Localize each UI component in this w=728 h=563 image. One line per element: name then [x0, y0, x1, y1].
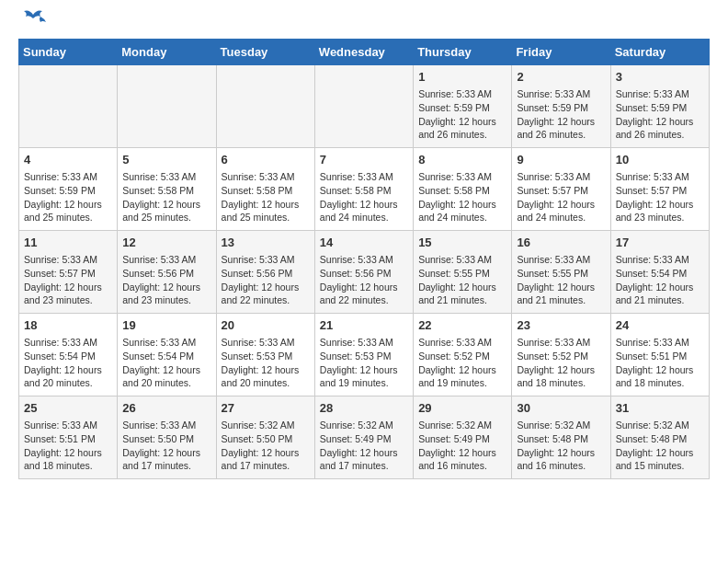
day-info: Daylight: 12 hours — [24, 198, 112, 212]
day-info: Sunrise: 5:33 AM — [320, 336, 408, 350]
weekday-header-thursday: Thursday — [414, 40, 512, 65]
day-info: and 20 minutes. — [122, 376, 210, 390]
day-info: Sunset: 5:57 PM — [24, 267, 112, 281]
day-info: and 24 minutes. — [320, 211, 408, 224]
day-info: Sunset: 5:53 PM — [320, 350, 408, 363]
day-info: Sunrise: 5:33 AM — [24, 419, 112, 432]
day-info: Sunrise: 5:33 AM — [517, 336, 605, 350]
calendar-cell: 6Sunrise: 5:33 AMSunset: 5:58 PMDaylight… — [216, 148, 314, 231]
day-info: Sunrise: 5:32 AM — [320, 419, 408, 432]
day-info: and 19 minutes. — [418, 376, 506, 390]
day-info: Sunset: 5:57 PM — [517, 184, 605, 198]
day-info: and 20 minutes. — [24, 376, 112, 390]
day-info: Sunset: 5:58 PM — [418, 184, 506, 198]
calendar-cell: 2Sunrise: 5:33 AMSunset: 5:59 PMDaylight… — [512, 65, 610, 148]
day-number: 19 — [122, 317, 210, 334]
day-number: 18 — [24, 317, 112, 334]
day-number: 22 — [418, 317, 506, 334]
day-info: Sunset: 5:54 PM — [616, 267, 704, 281]
calendar-cell: 17Sunrise: 5:33 AMSunset: 5:54 PMDayligh… — [610, 231, 709, 314]
day-number: 21 — [320, 317, 408, 334]
calendar-cell: 13Sunrise: 5:33 AMSunset: 5:56 PMDayligh… — [216, 231, 314, 314]
day-info: Daylight: 12 hours — [418, 115, 506, 129]
day-info: Sunset: 5:59 PM — [418, 101, 506, 115]
calendar-cell: 25Sunrise: 5:33 AMSunset: 5:51 PMDayligh… — [19, 396, 118, 479]
day-info: Daylight: 12 hours — [517, 363, 605, 377]
day-info: Daylight: 12 hours — [418, 446, 506, 460]
day-number: 7 — [320, 152, 408, 168]
day-info: Sunrise: 5:33 AM — [616, 170, 704, 184]
day-info: and 20 minutes. — [222, 376, 310, 390]
day-info: Daylight: 12 hours — [222, 198, 310, 212]
day-info: Sunset: 5:52 PM — [418, 350, 506, 363]
day-info: Sunset: 5:59 PM — [616, 101, 704, 115]
day-info: Daylight: 12 hours — [222, 281, 310, 294]
day-info: Sunset: 5:53 PM — [222, 350, 310, 363]
day-info: Sunset: 5:51 PM — [24, 432, 112, 446]
day-info: Sunset: 5:52 PM — [517, 350, 605, 363]
calendar-cell: 30Sunrise: 5:32 AMSunset: 5:48 PMDayligh… — [512, 396, 610, 479]
day-info: Sunrise: 5:33 AM — [517, 87, 605, 101]
day-info: and 25 minutes. — [24, 211, 112, 224]
day-info: and 26 minutes. — [517, 128, 605, 142]
day-info: Sunset: 5:56 PM — [320, 267, 408, 281]
calendar-cell: 21Sunrise: 5:33 AMSunset: 5:53 PMDayligh… — [314, 314, 413, 396]
day-info: Sunset: 5:50 PM — [222, 432, 310, 446]
day-info: Sunrise: 5:32 AM — [616, 419, 704, 432]
calendar-cell: 1Sunrise: 5:33 AMSunset: 5:59 PMDaylight… — [414, 65, 512, 148]
day-number: 5 — [122, 152, 210, 168]
calendar-cell — [19, 65, 118, 148]
day-info: and 18 minutes. — [616, 376, 704, 390]
day-info: and 23 minutes. — [122, 293, 210, 307]
day-number: 20 — [222, 317, 310, 334]
day-info: and 24 minutes. — [517, 211, 605, 224]
day-info: and 16 minutes. — [517, 459, 605, 473]
day-info: Sunrise: 5:33 AM — [24, 253, 112, 267]
day-info: and 26 minutes. — [418, 128, 506, 142]
day-info: Daylight: 12 hours — [222, 446, 310, 460]
day-info: Daylight: 12 hours — [517, 446, 605, 460]
day-info: Sunrise: 5:32 AM — [418, 419, 506, 432]
calendar-cell: 11Sunrise: 5:33 AMSunset: 5:57 PMDayligh… — [19, 231, 118, 314]
calendar-cell: 15Sunrise: 5:33 AMSunset: 5:55 PMDayligh… — [414, 231, 512, 314]
day-info: Daylight: 12 hours — [122, 363, 210, 377]
calendar-cell: 26Sunrise: 5:33 AMSunset: 5:50 PMDayligh… — [118, 396, 216, 479]
day-info: and 25 minutes. — [122, 211, 210, 224]
day-info: and 17 minutes. — [320, 459, 408, 473]
day-number: 3 — [616, 69, 704, 86]
day-info: and 24 minutes. — [418, 211, 506, 224]
day-info: and 17 minutes. — [122, 459, 210, 473]
day-info: Sunrise: 5:33 AM — [122, 336, 210, 350]
day-info: and 21 minutes. — [616, 293, 704, 307]
day-info: Daylight: 12 hours — [222, 363, 310, 377]
calendar-cell: 10Sunrise: 5:33 AMSunset: 5:57 PMDayligh… — [610, 148, 709, 231]
day-info: Sunset: 5:55 PM — [418, 267, 506, 281]
day-info: Sunrise: 5:33 AM — [616, 253, 704, 267]
day-info: Sunset: 5:54 PM — [24, 350, 112, 363]
day-info: and 25 minutes. — [222, 211, 310, 224]
day-info: Sunset: 5:58 PM — [222, 184, 310, 198]
calendar-cell — [216, 65, 314, 148]
day-info: Sunrise: 5:33 AM — [517, 253, 605, 267]
day-info: and 21 minutes. — [517, 293, 605, 307]
logo-bird-icon — [20, 9, 46, 29]
weekday-header-friday: Friday — [512, 40, 610, 65]
day-info: Daylight: 12 hours — [24, 363, 112, 377]
weekday-header-row: SundayMondayTuesdayWednesdayThursdayFrid… — [19, 40, 710, 65]
calendar-cell: 4Sunrise: 5:33 AMSunset: 5:59 PMDaylight… — [19, 148, 118, 231]
day-number: 27 — [222, 400, 310, 417]
day-info: Daylight: 12 hours — [418, 363, 506, 377]
day-info: Sunrise: 5:33 AM — [320, 170, 408, 184]
day-info: Sunset: 5:48 PM — [616, 432, 704, 446]
day-info: and 15 minutes. — [616, 459, 704, 473]
day-number: 24 — [616, 317, 704, 334]
calendar-week-row: 18Sunrise: 5:33 AMSunset: 5:54 PMDayligh… — [19, 314, 710, 396]
calendar-table: SundayMondayTuesdayWednesdayThursdayFrid… — [18, 39, 710, 479]
day-info: Sunset: 5:49 PM — [418, 432, 506, 446]
day-info: Sunrise: 5:33 AM — [418, 87, 506, 101]
day-info: Daylight: 12 hours — [418, 281, 506, 294]
day-number: 28 — [320, 400, 408, 417]
weekday-header-saturday: Saturday — [610, 40, 709, 65]
day-info: Daylight: 12 hours — [616, 115, 704, 129]
weekday-header-sunday: Sunday — [19, 40, 118, 65]
